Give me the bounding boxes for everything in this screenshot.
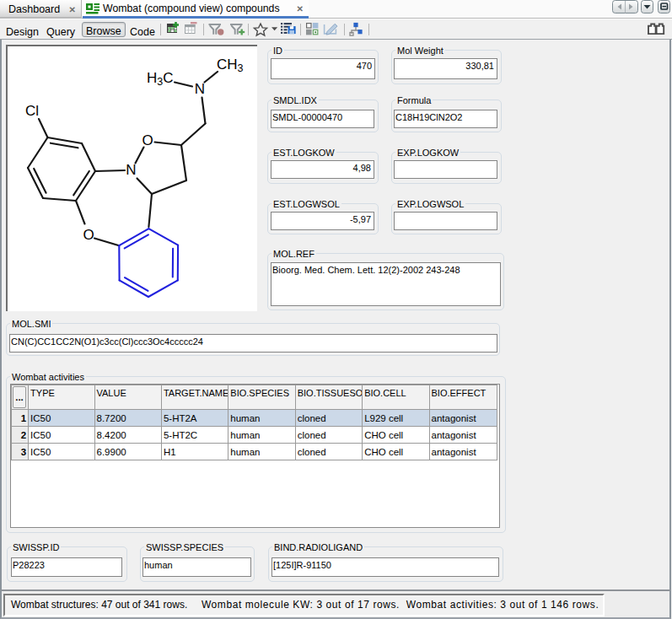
- svg-text:N: N: [195, 81, 205, 97]
- svg-text:CH3: CH3: [217, 57, 244, 75]
- svg-text:O: O: [142, 132, 153, 148]
- svg-text:Cl: Cl: [25, 103, 39, 119]
- svg-text:O: O: [83, 227, 94, 243]
- svg-text:N: N: [126, 162, 136, 178]
- svg-text:H3C: H3C: [147, 70, 174, 89]
